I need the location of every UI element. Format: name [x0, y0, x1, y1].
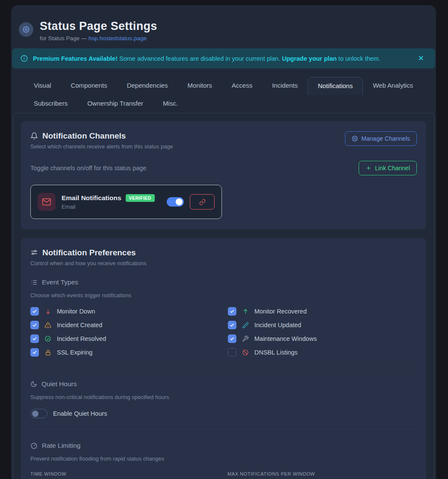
banner-text: Premium Features Available! Some advance…	[33, 55, 410, 62]
notifications-panel: Notification Channels Select which chann…	[13, 113, 434, 479]
lock-icon	[44, 349, 52, 356]
tab-visual[interactable]: Visual	[24, 77, 61, 95]
quiet-hours-toggle[interactable]	[30, 409, 47, 418]
checkbox-incident-created[interactable]	[30, 321, 39, 329]
event-monitor-down[interactable]: Monitor Down	[30, 307, 219, 316]
settings-tabs: Visual Components Dependencies Monitors …	[11, 68, 436, 113]
arrow-down-icon	[44, 308, 52, 315]
event-incident-resolved[interactable]: Incident Resolved	[30, 334, 219, 343]
tab-components[interactable]: Components	[61, 77, 117, 95]
moon-icon	[30, 381, 37, 387]
channels-title: Notification Channels	[42, 131, 126, 141]
max-notifications-label: MAX NOTIFICATIONS PER WINDOW	[227, 471, 417, 476]
checkbox-incident-resolved[interactable]	[30, 334, 39, 343]
quiet-hours-toggle-label: Enable Quiet Hours	[53, 410, 107, 417]
toggle-hint: Toggle channels on/off for this status p…	[30, 165, 146, 171]
section-divider	[30, 429, 417, 430]
tab-misc[interactable]: Misc.	[153, 95, 188, 113]
channel-name: Email Notifications	[62, 194, 121, 202]
channels-subtitle: Select which channels receive alerts fro…	[30, 143, 173, 150]
warning-triangle-icon	[44, 322, 52, 328]
gear-icon	[23, 26, 29, 33]
preferences-title: Notification Preferences	[42, 248, 136, 257]
sliders-icon	[30, 249, 38, 257]
channel-item-email: Email Notifications VERIFIED Email	[30, 185, 222, 219]
verified-badge: VERIFIED	[126, 194, 155, 202]
tab-incidents[interactable]: Incidents	[262, 77, 307, 95]
gauge-icon	[30, 442, 38, 449]
tab-ownership-transfer[interactable]: Ownership Transfer	[77, 95, 153, 113]
settings-window: Status Page Settings for Status Page — h…	[11, 5, 436, 479]
gear-avatar	[19, 22, 33, 37]
unlink-channel-button[interactable]	[190, 194, 215, 210]
plus-icon	[365, 165, 371, 171]
chain-link-icon	[199, 199, 206, 205]
checkbox-dnsbl-listings[interactable]	[228, 348, 236, 357]
checkbox-ssl-expiring[interactable]	[30, 348, 39, 357]
event-incident-updated[interactable]: Incident Updated	[228, 321, 417, 329]
email-envelope-icon	[38, 193, 56, 211]
gear-icon	[352, 136, 358, 142]
tab-subscribers[interactable]: Subscribers	[24, 95, 77, 113]
tab-monitors[interactable]: Monitors	[178, 77, 222, 95]
status-page-link[interactable]: hsp.hostedstatus.page	[88, 35, 147, 41]
channel-type: Email	[62, 204, 161, 210]
ban-icon	[242, 349, 249, 356]
quiet-hours-subtitle: Suppress non-critical notifications duri…	[30, 394, 417, 400]
tab-access[interactable]: Access	[222, 77, 262, 95]
info-circle-icon	[21, 55, 28, 62]
event-incident-created[interactable]: Incident Created	[30, 321, 219, 329]
wrench-icon	[242, 335, 249, 342]
page-header: Status Page Settings for Status Page — h…	[11, 16, 436, 41]
time-window-label: TIME WINDOW	[30, 471, 220, 476]
checkbox-monitor-recovered[interactable]	[228, 307, 236, 316]
event-types-grid: Monitor Down Monitor Recovered Incident …	[30, 307, 417, 357]
rate-limiting-subtitle: Prevent notification flooding from rapid…	[30, 455, 417, 462]
event-types-heading: Event Types	[30, 278, 417, 286]
manage-channels-button[interactable]: Manage Channels	[345, 131, 417, 146]
preferences-subtitle: Control when and how you receive notific…	[30, 260, 417, 266]
event-monitor-recovered[interactable]: Monitor Recovered	[228, 307, 417, 316]
notification-channels-card: Notification Channels Select which chann…	[21, 121, 426, 229]
arrow-up-icon	[242, 308, 249, 315]
bell-icon	[30, 132, 38, 140]
list-icon	[30, 279, 38, 286]
section-divider	[30, 368, 417, 368]
page-title: Status Page Settings	[40, 20, 157, 33]
quiet-hours-heading: Quiet Hours	[30, 380, 417, 388]
checkbox-maintenance-windows[interactable]	[228, 334, 236, 343]
event-ssl-expiring[interactable]: SSL Expiring	[30, 348, 219, 357]
upgrade-plan-link[interactable]: Upgrade your plan	[282, 55, 336, 62]
banner-title: Premium Features Available!	[33, 55, 118, 62]
event-maintenance-windows[interactable]: Maintenance Windows	[228, 334, 417, 343]
page-subtitle: for Status Page — hsp.hostedstatus.page	[40, 35, 157, 41]
link-channel-button[interactable]: Link Channel	[359, 161, 417, 175]
checkbox-monitor-down[interactable]	[30, 307, 39, 316]
premium-banner: Premium Features Available! Some advance…	[12, 48, 435, 68]
rate-limiting-heading: Rate Limiting	[30, 442, 417, 449]
event-types-subtitle: Choose which events trigger notification…	[30, 292, 417, 299]
checkbox-incident-updated[interactable]	[228, 321, 236, 329]
tab-notifications[interactable]: Notifications	[308, 77, 363, 95]
close-icon[interactable]: ✕	[416, 52, 427, 65]
tab-dependencies[interactable]: Dependencies	[117, 77, 178, 95]
check-circle-icon	[44, 335, 52, 342]
pencil-icon	[242, 322, 249, 328]
channel-toggle[interactable]	[167, 197, 184, 207]
notification-preferences-card: Notification Preferences Control when an…	[21, 238, 426, 479]
event-dnsbl-listings[interactable]: DNSBL Listings	[228, 348, 417, 357]
tab-web-analytics[interactable]: Web Analytics	[363, 77, 423, 95]
